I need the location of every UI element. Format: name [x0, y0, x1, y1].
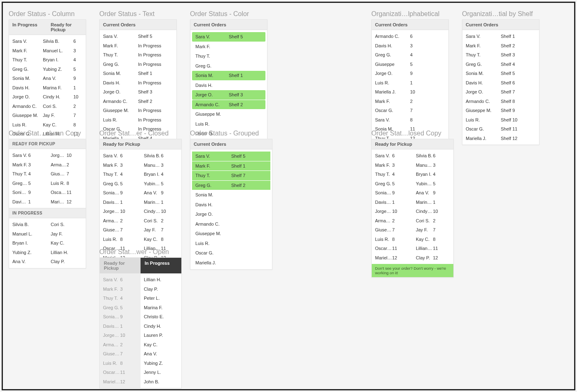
cell: 6	[120, 276, 138, 283]
cell: 3	[28, 161, 45, 168]
cell: 5	[28, 180, 45, 187]
cell: Greg G.	[103, 61, 138, 68]
cell: Sonia M.	[12, 75, 43, 82]
table-row: Armando C.Shelf 2	[192, 100, 265, 110]
cell: Davis H.	[375, 199, 392, 206]
cell: Sonia M.	[103, 70, 138, 77]
table-row: Thuy T.Shelf 7	[192, 171, 270, 180]
table-row: Luis R.Kay C.8	[9, 120, 86, 130]
cell: Armando C.	[12, 103, 43, 110]
cell: Cindy H.	[416, 208, 433, 215]
table-row: Oscar G.11	[372, 244, 413, 253]
table-row: Mark F.2	[372, 97, 448, 106]
table-row: Kay C.8	[413, 235, 453, 244]
cell	[231, 201, 267, 208]
table-row: Mariella J.Shelf 12	[462, 134, 539, 143]
cell: 1	[161, 199, 178, 206]
table-row: Luis R.8	[47, 179, 86, 188]
cell: Jorge O.	[12, 93, 43, 100]
cell: 2	[392, 217, 410, 224]
cell: Sara V.	[375, 152, 392, 159]
cell: 3	[120, 286, 138, 293]
cell: 4	[120, 171, 138, 178]
cell: Yubing Z.	[416, 180, 433, 187]
table-row: Giuseppe M.	[192, 110, 265, 119]
cell: Shelf 1	[231, 163, 267, 170]
cell: Jorge O.	[103, 89, 138, 96]
table-row: Sonia M.9	[372, 188, 413, 198]
tab-in-progress[interactable]: In Progress	[141, 258, 181, 273]
table-row: Clay P.	[47, 257, 86, 266]
table-row: Davis H.3	[372, 41, 448, 51]
cell: Armando C.	[375, 217, 392, 224]
cell: Mark F.	[12, 47, 43, 54]
cell: Bryan I.	[416, 171, 433, 178]
cell: Greg G.	[103, 180, 120, 187]
cell: Jorge O.	[51, 152, 67, 159]
table-row: Armando C.Shelf 2	[100, 97, 176, 106]
notice-banner: Don't see your order? Don't worry - we'r…	[372, 264, 453, 277]
cell: Jorge O.	[103, 208, 120, 215]
cell: 7	[120, 226, 138, 233]
tab-ready-for-pickup[interactable]: Ready for Pickup	[100, 258, 141, 273]
cell: 12	[392, 254, 410, 261]
cell	[229, 121, 262, 128]
cell	[231, 211, 267, 218]
cell: Giuseppe M.	[103, 350, 120, 357]
cell: Lillian H.	[144, 276, 178, 283]
cell: Clay P.	[416, 254, 433, 261]
cell: Manuel L.	[12, 231, 44, 238]
table-row: Sara V.Shelf 5	[192, 32, 265, 42]
cell: Thuy T.	[375, 171, 392, 178]
cell: 12	[433, 254, 450, 261]
table-row: Mark F.3	[100, 161, 141, 170]
cell: Davis H.	[12, 84, 43, 91]
cell: 5	[410, 61, 445, 68]
cell: 9	[161, 189, 178, 196]
cell: Greg G.	[195, 182, 231, 189]
cell: Luis R.	[51, 180, 67, 187]
cell: 10	[120, 208, 138, 215]
cell: 5	[392, 180, 410, 187]
card-body: Sara V.Shelf 5Mark F.In ProgressThuy T.I…	[100, 30, 176, 145]
cell: Bryan I.	[144, 171, 161, 178]
table-row: Sonia M.Shelf 1	[100, 69, 176, 78]
cell: Cindy H.	[144, 323, 178, 330]
cell: Mark F.	[103, 286, 120, 293]
artboard-title: Order Status - Column	[9, 10, 86, 18]
cell: Sonia M.	[12, 189, 28, 196]
table-row: Jay F.7	[413, 225, 453, 235]
table-row: Greg G.5	[100, 303, 141, 313]
card-body: Sara V.6Mark F.3Thuy T.4Greg G.5Sonia M.…	[372, 149, 453, 264]
table-row: Davis H.	[192, 81, 265, 90]
cell: 1	[28, 198, 45, 205]
cell: Mark F.	[375, 98, 410, 105]
cell: In Progress	[138, 117, 173, 124]
cell: Thuy T.	[103, 171, 120, 178]
cell: Davis H.	[103, 199, 120, 206]
cell: Armando C.	[195, 221, 231, 228]
table-row: Clay P.	[141, 285, 181, 294]
cell: Greg G.	[195, 63, 229, 70]
cell: Ana V.	[144, 350, 178, 357]
table-row: Ana V.9	[141, 188, 181, 198]
cell: Shelf 1	[138, 70, 173, 77]
cell: Manuel L.	[43, 47, 73, 54]
table-row: Giuseppe M.7	[100, 349, 141, 359]
cell: Shelf 6	[501, 79, 536, 86]
table-row: Sonia M.Shelf 5	[462, 69, 539, 78]
cell: Armando C.	[103, 98, 138, 105]
table-row: Luis R.8	[372, 235, 413, 244]
cell: Cori S.	[144, 217, 161, 224]
cell: Mariella J.	[195, 259, 231, 266]
table-row: Mariella J.12	[100, 377, 141, 387]
cell: Giuseppe M.	[195, 230, 231, 237]
cell: 1	[410, 79, 445, 86]
cell: Greg G.	[375, 51, 410, 58]
cell: Davis H.	[375, 42, 410, 49]
card-header: Ready for Pickup	[100, 139, 181, 149]
cell: Silvia B.	[416, 152, 433, 159]
table-row: Mariella J.12	[47, 197, 86, 207]
cell: Mark F.	[195, 163, 231, 170]
table-row: Sonia M.Ana V.9	[9, 74, 86, 83]
